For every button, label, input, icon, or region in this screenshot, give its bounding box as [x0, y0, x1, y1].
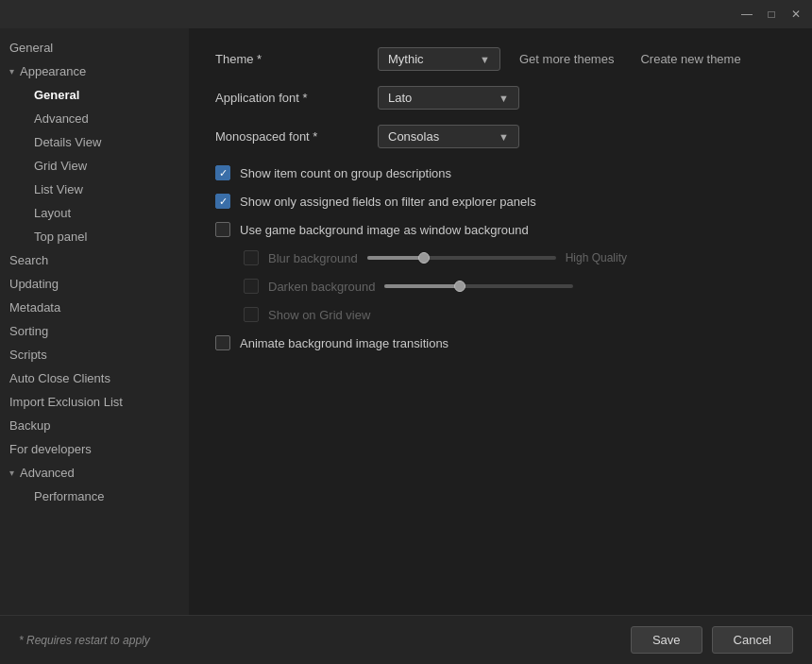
dropdown-arrow-icon: ▼ [480, 54, 490, 65]
show-assigned-label: Show only assigned fields on filter and … [240, 195, 536, 209]
sidebar-item-label: Sorting [9, 324, 48, 338]
darken-slider-thumb[interactable] [454, 281, 465, 292]
use-game-bg-checkbox[interactable] [215, 222, 230, 237]
blur-slider-track[interactable] [367, 256, 556, 260]
application-font-dropdown[interactable]: Lato ▼ [378, 86, 519, 110]
get-more-themes-button[interactable]: Get more themes [512, 48, 621, 70]
sidebar-item-appearance-toppanel[interactable]: Top panel [0, 225, 189, 248]
dropdown-arrow-icon: ▼ [499, 131, 509, 143]
sidebar-item-label: Advanced [34, 111, 89, 126]
show-grid-row: Show on Grid view [215, 305, 786, 324]
sidebar-item-appearance-list[interactable]: List View [0, 178, 189, 201]
sidebar: General ▾ Appearance General Advanced De… [0, 28, 189, 615]
cancel-button[interactable]: Cancel [712, 626, 793, 654]
sidebar-item-label: General [9, 41, 53, 55]
theme-value: Mythic [388, 52, 424, 66]
main-layout: General ▾ Appearance General Advanced De… [0, 28, 812, 615]
sidebar-item-appearance-general[interactable]: General [0, 83, 189, 107]
use-game-bg-row: Use game background image as window back… [215, 220, 786, 239]
sidebar-item-label: Details View [34, 135, 101, 149]
sidebar-item-label: Advanced [20, 466, 75, 480]
sidebar-item-advanced[interactable]: ▾ Advanced [0, 461, 189, 485]
blur-slider-container: High Quality [367, 251, 627, 264]
sidebar-item-label: Metadata [9, 300, 60, 315]
sidebar-item-label: Grid View [34, 159, 87, 173]
sidebar-item-appearance-advanced[interactable]: Advanced [0, 107, 189, 130]
animate-bg-row: Animate background image transitions [215, 333, 786, 352]
sidebar-item-label: Import Exclusion List [9, 395, 123, 409]
minimize-button[interactable]: — [735, 2, 759, 26]
sidebar-item-label: Backup [9, 418, 50, 433]
blur-slider-fill [367, 256, 424, 260]
darken-bg-row: Darken background [215, 277, 786, 296]
sidebar-item-label: Search [9, 253, 48, 267]
blur-slider-label: High Quality [566, 251, 627, 264]
bottom-bar: * Requires restart to apply Save Cancel [0, 615, 812, 664]
sidebar-item-fordevelopers[interactable]: For developers [0, 437, 189, 461]
blur-bg-checkbox[interactable] [244, 250, 259, 265]
sidebar-item-label: Performance [34, 489, 104, 503]
darken-slider-container [384, 284, 573, 288]
blur-slider-thumb[interactable] [418, 252, 430, 264]
show-assigned-checkbox[interactable] [215, 194, 230, 209]
content-area: Theme * Mythic ▼ Get more themes Create … [189, 28, 812, 615]
sidebar-item-label: Auto Close Clients [9, 371, 110, 385]
darken-bg-checkbox[interactable] [244, 279, 259, 294]
chevron-down-icon: ▾ [9, 468, 14, 478]
sidebar-item-label: Top panel [34, 230, 87, 244]
darken-bg-label: Darken background [268, 280, 375, 294]
sidebar-item-search[interactable]: Search [0, 248, 189, 272]
theme-label: Theme * [215, 52, 366, 66]
show-item-count-row: Show item count on group descriptions [215, 163, 786, 182]
sidebar-item-autoclients[interactable]: Auto Close Clients [0, 366, 189, 390]
sidebar-item-general[interactable]: General [0, 36, 189, 60]
show-item-count-checkbox[interactable] [215, 165, 230, 180]
blur-bg-label: Blur background [268, 251, 358, 265]
theme-dropdown[interactable]: Mythic ▼ [378, 47, 500, 71]
monospaced-font-row: Monospaced font * Consolas ▼ [215, 125, 786, 148]
sidebar-item-performance[interactable]: Performance [0, 485, 189, 508]
darken-slider-fill [384, 284, 460, 288]
show-item-count-label: Show item count on group descriptions [240, 166, 451, 180]
title-bar: — □ ✕ [0, 0, 812, 28]
darken-slider-track[interactable] [384, 284, 573, 288]
sidebar-item-label: Layout [34, 206, 71, 220]
sidebar-item-backup[interactable]: Backup [0, 414, 189, 437]
show-grid-label: Show on Grid view [268, 308, 370, 322]
restart-note: * Requires restart to apply [19, 634, 150, 647]
application-font-value: Lato [388, 91, 412, 105]
maximize-button[interactable]: □ [759, 2, 784, 26]
animate-bg-label: Animate background image transitions [240, 336, 448, 350]
show-assigned-row: Show only assigned fields on filter and … [215, 192, 786, 211]
sidebar-item-label: Appearance [20, 64, 86, 78]
application-font-row: Application font * Lato ▼ [215, 86, 786, 110]
sidebar-item-scripts[interactable]: Scripts [0, 343, 189, 366]
close-button[interactable]: ✕ [784, 2, 808, 26]
animate-bg-checkbox[interactable] [215, 335, 230, 350]
sidebar-item-appearance-grid[interactable]: Grid View [0, 154, 189, 178]
application-font-label: Application font * [215, 91, 366, 105]
bottom-buttons: Save Cancel [631, 626, 793, 654]
sidebar-item-label: List View [34, 182, 83, 196]
create-new-theme-button[interactable]: Create new theme [633, 48, 748, 70]
sidebar-item-updating[interactable]: Updating [0, 272, 189, 296]
blur-bg-row: Blur background High Quality [215, 248, 786, 267]
sidebar-item-metadata[interactable]: Metadata [0, 296, 189, 319]
monospaced-font-value: Consolas [388, 129, 439, 144]
use-game-bg-label: Use game background image as window back… [240, 223, 529, 237]
sidebar-item-label: Scripts [9, 348, 47, 362]
monospaced-font-label: Monospaced font * [215, 129, 366, 144]
theme-row: Theme * Mythic ▼ Get more themes Create … [215, 47, 786, 71]
sidebar-item-appearance-details[interactable]: Details View [0, 130, 189, 154]
sidebar-item-label: Updating [9, 277, 59, 291]
sidebar-item-sorting[interactable]: Sorting [0, 319, 189, 343]
dropdown-arrow-icon: ▼ [499, 93, 509, 104]
show-grid-checkbox[interactable] [244, 307, 259, 322]
sidebar-item-appearance-layout[interactable]: Layout [0, 201, 189, 225]
save-button[interactable]: Save [631, 626, 702, 654]
chevron-down-icon: ▾ [9, 66, 14, 77]
sidebar-item-label: General [34, 88, 79, 102]
monospaced-font-dropdown[interactable]: Consolas ▼ [378, 125, 519, 148]
sidebar-item-importexclusion[interactable]: Import Exclusion List [0, 390, 189, 414]
sidebar-item-appearance[interactable]: ▾ Appearance [0, 60, 189, 83]
